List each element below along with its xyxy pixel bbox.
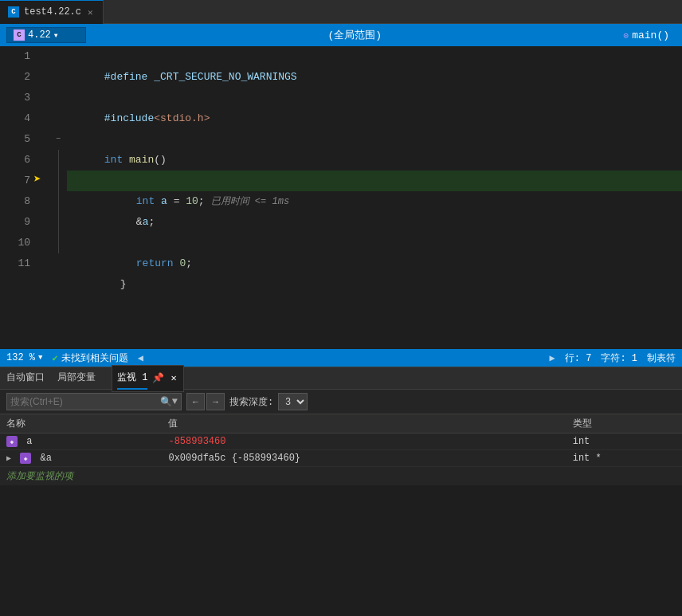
status-right: 行: 7 字符: 1 制表符	[565, 351, 676, 365]
watch-close-icon[interactable]: ✕	[169, 372, 178, 384]
line-num-3: 3	[0, 88, 30, 108]
search-dropdown-icon[interactable]: ▼	[172, 396, 178, 407]
watch-ptr-icon: ◈	[20, 453, 31, 464]
table-row: ▶ ◈ &a 0x009dfa5c {-858993460} int *	[0, 450, 682, 467]
code-line-9	[67, 212, 682, 233]
file-dropdown-icon: C	[14, 29, 25, 41]
nav-back-button[interactable]: ←	[186, 393, 205, 410]
tab-filename: test4.22.c	[24, 6, 81, 18]
line-num-10: 10	[0, 233, 30, 253]
code-line-6: {	[67, 150, 682, 171]
code-content[interactable]: #define _CRT_SECURE_NO_WARNINGS #include…	[64, 46, 682, 349]
line-num-5: 5	[0, 129, 30, 150]
file-dropdown-label: 4.22	[28, 29, 51, 41]
nav-forward-button[interactable]: →	[206, 393, 225, 410]
code-line-3: #include<stdio.h>	[67, 88, 682, 108]
watch-name-a: ◈ a	[0, 434, 162, 450]
function-display: ⊙ main()	[624, 29, 676, 41]
watch-name-amper: ▶ ◈ &a	[0, 450, 162, 467]
code-line-11: }	[67, 253, 682, 274]
zoom-arrow-icon: ▼	[38, 354, 42, 362]
nav-left-icon[interactable]: ◀	[138, 352, 143, 364]
code-line-10: return 0;	[67, 233, 682, 253]
search-nav: ← →	[186, 393, 225, 410]
tab-auto-window[interactable]: 自动窗口	[6, 367, 45, 390]
char-indicator: 字符: 1	[601, 351, 637, 365]
check-icon: ✔	[52, 352, 57, 364]
debug-line-indicator: ➤	[40, 171, 53, 191]
panel-tabs: 自动窗口 局部变量 监视 1 📌 ✕	[0, 367, 682, 390]
tab-close-icon[interactable]: ✕	[86, 6, 95, 18]
code-line-4	[67, 108, 682, 129]
col-type: 类型	[566, 414, 682, 434]
col-name: 名称	[0, 414, 162, 434]
line-num-7: 7	[0, 171, 30, 191]
watch-var-icon: ◈	[6, 436, 18, 447]
dropdown-arrow-icon: ▼	[54, 32, 58, 39]
watch-value-amper: 0x009dfa5c {-858993460}	[162, 450, 566, 467]
line-num-9: 9	[0, 212, 30, 233]
debug-arrow-icon: ➤	[33, 174, 41, 186]
watch-tab-group: 监视 1 📌 ✕	[112, 365, 184, 392]
watch-value-a: -858993460	[162, 434, 566, 450]
tab-local-vars[interactable]: 局部变量	[57, 367, 96, 390]
zoom-control[interactable]: 132 % ▼	[6, 352, 42, 363]
bottom-panel: 自动窗口 局部变量 监视 1 📌 ✕ 🔍 ▼ ← → 搜索深度: 3 1 2 4…	[0, 367, 682, 485]
search-input-wrap: 🔍 ▼	[6, 393, 182, 410]
line-num-1: 1	[0, 46, 30, 67]
line-num-6: 6	[0, 150, 30, 171]
line-num-4: 4	[0, 108, 30, 129]
status-bar: 132 % ▼ ✔ 未找到相关问题 ◀ ▶ 行: 7 字符: 1 制表符	[0, 349, 682, 367]
watch-type-a: int	[566, 434, 682, 450]
editor-area: 1 2 3 4 5 6 7 8 9 10 11 ➤ −	[0, 46, 682, 349]
col-value: 值	[162, 414, 566, 434]
zoom-value: 132 %	[6, 352, 35, 363]
depth-label: 搜索深度:	[229, 395, 273, 409]
nav-right-icon[interactable]: ▶	[550, 352, 555, 364]
add-watch-label[interactable]: 添加要监视的项	[0, 467, 682, 485]
depth-select[interactable]: 3 1 2 4 5	[278, 393, 308, 410]
line-num-2: 2	[0, 67, 30, 88]
search-icon[interactable]: 🔍	[160, 396, 172, 408]
file-dropdown[interactable]: C 4.22 ▼	[6, 27, 86, 43]
watch-name-label: &a	[40, 453, 51, 464]
search-row: 🔍 ▼ ← → 搜索深度: 3 1 2 4 5	[0, 390, 682, 414]
line-num-11: 11	[0, 253, 30, 274]
watch-type-amper: int *	[566, 450, 682, 467]
misc-indicator: 制表符	[647, 351, 676, 365]
search-input[interactable]	[10, 396, 160, 407]
line-indicator: 行: 7	[565, 351, 592, 365]
tab-bar: C test4.22.c ✕	[0, 0, 682, 24]
code-line-8: &a;	[67, 191, 682, 212]
code-line-5: int main()	[67, 129, 682, 150]
tab-test422c[interactable]: C test4.22.c ✕	[0, 0, 104, 24]
watch-table: 名称 值 类型 ◈ a -858993460 int ▶	[0, 414, 682, 467]
tab-watch-1[interactable]: 监视 1	[117, 367, 147, 390]
table-row: ◈ a -858993460 int	[0, 434, 682, 450]
editor-gutter: ➤	[40, 46, 53, 349]
line-num-8: 8	[0, 191, 30, 212]
fold-btn-5[interactable]: −	[53, 129, 64, 150]
line-numbers: 1 2 3 4 5 6 7 8 9 10 11	[0, 46, 40, 349]
function-icon: ⊙	[624, 30, 629, 41]
watch-pin-icon[interactable]: 📌	[151, 372, 166, 384]
status-message: 未找到相关问题	[61, 351, 128, 365]
status-check: ✔ 未找到相关问题	[52, 351, 127, 365]
fold-gutter: −	[53, 46, 64, 349]
code-line-7: int a = 10;已用时间 <= 1ms	[67, 171, 682, 191]
toolbar: C 4.22 ▼ (全局范围) ⊙ main()	[0, 24, 682, 46]
tab-c-icon: C	[8, 6, 19, 18]
expand-arrow-icon[interactable]: ▶	[6, 454, 11, 463]
watch-name-label: a	[26, 436, 32, 447]
code-line-1: #define _CRT_SECURE_NO_WARNINGS	[67, 46, 682, 67]
code-line-2	[67, 67, 682, 88]
scope-display: (全局范围)	[89, 28, 621, 42]
